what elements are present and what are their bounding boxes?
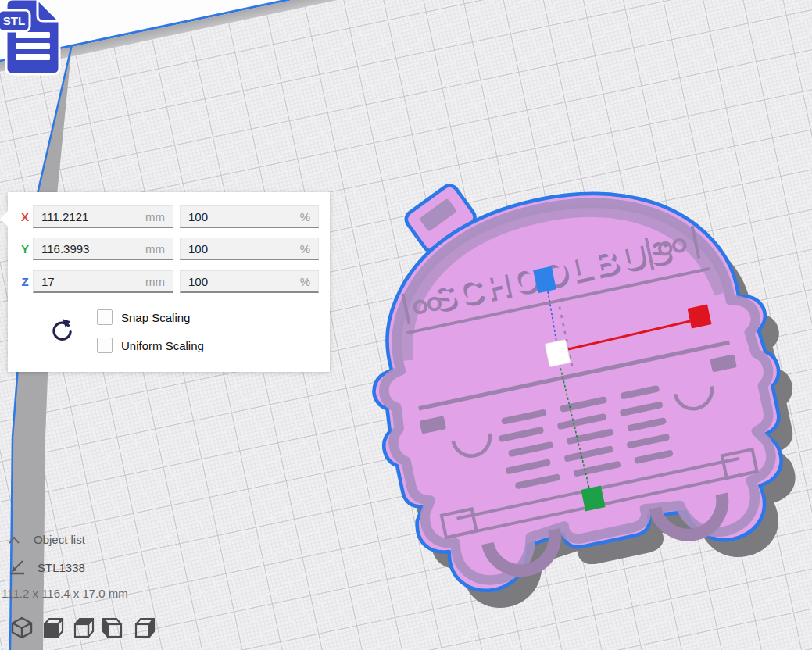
- x-size-input[interactable]: 111.2121 mm: [33, 205, 173, 228]
- z-percent-input[interactable]: 100 %: [180, 270, 319, 293]
- chevron-up-icon: [8, 535, 20, 545]
- z-size-input[interactable]: 17 mm: [33, 270, 173, 293]
- panel-pointer-arrow: [0, 211, 8, 227]
- scale-tool-panel: X 111.2121 mm 100 % Y 116.3993 mm 100 % …: [8, 192, 330, 372]
- z-size-unit: mm: [145, 275, 165, 288]
- snap-scaling-row[interactable]: Snap Scaling: [97, 309, 190, 325]
- view-orientation-buttons: [10, 616, 156, 639]
- x-percent-value: 100: [188, 210, 300, 223]
- snap-scaling-label: Snap Scaling: [121, 311, 190, 324]
- object-list-toggle[interactable]: Object list: [8, 533, 85, 546]
- y-percent-value: 100: [188, 242, 300, 255]
- snap-scaling-checkbox[interactable]: [97, 309, 113, 325]
- x-percent-input[interactable]: 100 %: [180, 205, 319, 228]
- view-right-cube-icon[interactable]: [132, 616, 156, 639]
- y-size-value: 116.3993: [41, 242, 145, 255]
- folded-corner-icon: [38, 0, 59, 21]
- uniform-scaling-row[interactable]: Uniform Scaling: [97, 338, 204, 353]
- scale-handle-center[interactable]: [545, 340, 571, 367]
- y-size-unit: mm: [145, 242, 165, 255]
- object-dimensions: 111.2 x 116.4 x 17.0 mm: [2, 587, 128, 600]
- z-axis-label: Z: [17, 275, 33, 288]
- x-size-unit: mm: [145, 210, 165, 223]
- x-percent-unit: %: [300, 210, 310, 223]
- x-size-value: 111.2121: [41, 210, 145, 223]
- scale-handle-right[interactable]: [688, 305, 712, 329]
- model-schoolbus-mold[interactable]: SCHOOLBUS SCHOOLBUS: [333, 145, 811, 606]
- x-axis-label: X: [17, 210, 33, 223]
- z-percent-value: 100: [188, 275, 300, 288]
- object-list-item[interactable]: STL1338: [8, 558, 85, 577]
- lay-flat-arrow-icon: [8, 558, 27, 577]
- y-axis-label: Y: [17, 242, 33, 255]
- uniform-scaling-checkbox[interactable]: [97, 338, 113, 353]
- stl-file-icon: STL: [0, 0, 77, 79]
- y-size-input[interactable]: 116.3993 mm: [33, 238, 173, 260]
- y-percent-unit: %: [300, 242, 310, 255]
- view-left-cube-icon[interactable]: [102, 616, 125, 639]
- object-list-title: Object list: [34, 533, 85, 546]
- cura-viewport-window: SCHOOLBUS SCHOOLBUS: [0, 0, 812, 650]
- uniform-scaling-label: Uniform Scaling: [121, 339, 204, 352]
- view-3d-cube-icon[interactable]: [10, 616, 34, 639]
- z-size-value: 17: [41, 275, 145, 288]
- 3d-viewport: SCHOOLBUS SCHOOLBUS: [328, 145, 812, 629]
- reset-scale-button[interactable]: [48, 316, 75, 345]
- view-front-cube-icon[interactable]: [41, 616, 64, 639]
- stl-badge-label: STL: [3, 14, 25, 27]
- view-top-cube-icon[interactable]: [71, 616, 95, 639]
- y-percent-input[interactable]: 100 %: [180, 238, 319, 260]
- object-name: STL1338: [38, 561, 85, 574]
- z-percent-unit: %: [300, 275, 310, 288]
